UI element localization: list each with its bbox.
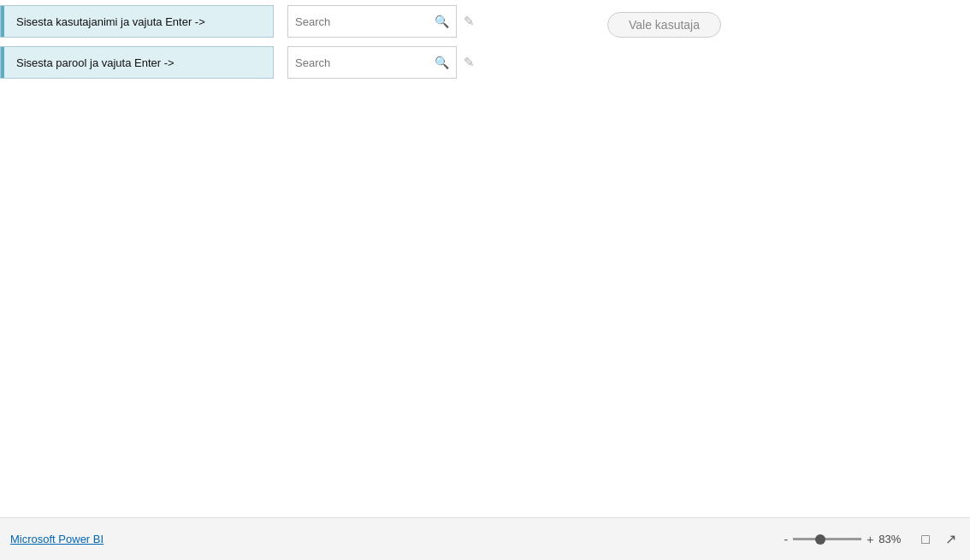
zoom-slider[interactable]: [793, 538, 861, 540]
bottom-bar-left: Microsoft Power BI: [10, 533, 104, 545]
username-row: Sisesta kasutajanimi ja vajuta Enter -> …: [0, 2, 970, 41]
left-bar-accent-2: [1, 47, 4, 78]
password-label-text: Sisesta parool ja vajuta Enter ->: [16, 56, 174, 69]
password-row: Sisesta parool ja vajuta Enter -> 🔍 ✎: [0, 43, 970, 82]
password-search-icon: 🔍: [435, 56, 449, 69]
fullscreen-button[interactable]: ↗: [942, 529, 960, 549]
username-label-text: Sisesta kasutajanimi ja vajuta Enter ->: [16, 15, 205, 28]
zoom-plus-button[interactable]: +: [866, 533, 873, 546]
password-edit-icon[interactable]: ✎: [464, 55, 475, 70]
username-edit-icon[interactable]: ✎: [464, 14, 475, 29]
powerbi-link[interactable]: Microsoft Power BI: [10, 533, 104, 545]
left-bar-accent: [1, 6, 4, 37]
zoom-minus-button[interactable]: -: [784, 533, 788, 546]
bottom-bar-right: - + 83% □ ↗: [784, 529, 960, 549]
zoom-percent-label: 83%: [878, 533, 909, 545]
password-label-button[interactable]: Sisesta parool ja vajuta Enter ->: [0, 46, 274, 79]
username-search-icon: 🔍: [435, 15, 449, 28]
vale-kasutaja-button[interactable]: Vale kasutaja: [607, 12, 721, 38]
password-search-container: 🔍: [287, 46, 457, 79]
password-search-input[interactable]: [295, 56, 419, 69]
bottom-bar: Microsoft Power BI - + 83% □ ↗: [0, 517, 970, 560]
username-search-container: 🔍: [287, 5, 457, 38]
fit-page-button[interactable]: □: [918, 530, 933, 549]
username-label-button[interactable]: Sisesta kasutajanimi ja vajuta Enter ->: [0, 5, 274, 38]
rows-area: Sisesta kasutajanimi ja vajuta Enter -> …: [0, 2, 970, 82]
main-content: Sisesta kasutajanimi ja vajuta Enter -> …: [0, 2, 970, 519]
username-search-input[interactable]: [295, 15, 419, 28]
zoom-section: - + 83%: [784, 533, 909, 546]
